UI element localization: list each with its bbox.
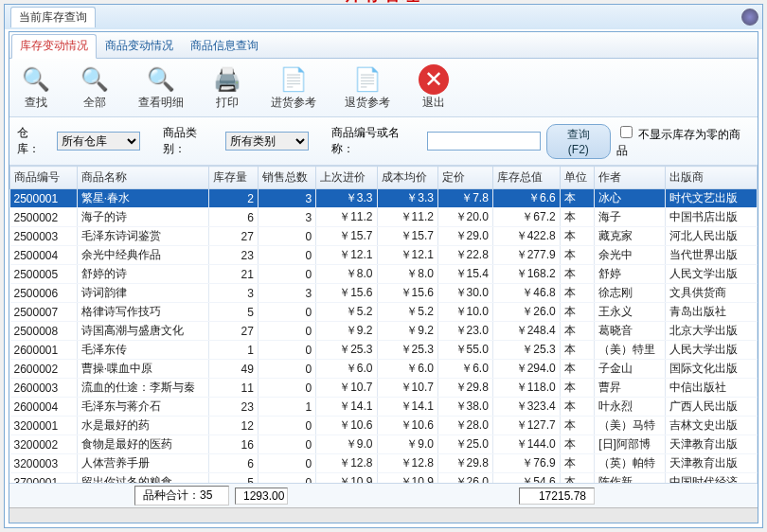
- col-header[interactable]: 销售总数: [258, 167, 315, 189]
- cell: 3: [258, 208, 315, 227]
- col-header[interactable]: 上次进价: [316, 167, 377, 189]
- cell: 3700001: [10, 473, 78, 484]
- cell: 6: [209, 454, 259, 473]
- cell: ￥127.7: [492, 417, 560, 435]
- cell: 诗词韵律: [77, 284, 209, 303]
- exit-button[interactable]: ✕退出: [413, 62, 455, 113]
- table-row[interactable]: 2500004余光中经典作品230￥12.1￥12.1￥22.8￥277.9本余…: [10, 246, 758, 265]
- cell: ￥28.0: [437, 417, 492, 435]
- cell: ￥25.3: [492, 341, 560, 360]
- cell: ￥15.6: [377, 284, 437, 303]
- cell: 毛泽东诗词鉴赏: [77, 227, 209, 246]
- table-row[interactable]: 2600001毛泽东传10￥25.3￥25.3￥55.0￥25.3本（美）特里人…: [10, 341, 758, 360]
- cell: 本: [560, 360, 594, 379]
- cell: 葛晓音: [595, 322, 666, 341]
- hide-zero-label[interactable]: 不显示库存为零的商品: [616, 123, 750, 159]
- cell: 23: [209, 246, 259, 265]
- cell: 叶永烈: [595, 398, 666, 417]
- table-row[interactable]: 2500007格律诗写作技巧50￥5.2￥5.2￥10.0￥26.0本王永义青岛…: [10, 303, 758, 322]
- cell: ￥7.8: [437, 189, 492, 208]
- cell: ￥10.7: [316, 379, 377, 398]
- idname-input[interactable]: [427, 132, 541, 151]
- cell: ￥26.0: [492, 303, 560, 322]
- cell: 藏克家: [595, 227, 666, 246]
- cell: 本: [560, 189, 594, 208]
- cell: ￥29.0: [437, 227, 492, 246]
- table-row[interactable]: 3200003人体营养手册60￥12.8￥12.8￥29.8￥76.9本（英）帕…: [10, 454, 758, 473]
- all-button[interactable]: 🔍全部: [74, 62, 116, 113]
- table-row[interactable]: 3700001留出你过冬的粮食50￥10.9￥10.9￥26.0￥54.6本陈作…: [10, 473, 758, 484]
- cell: ￥25.3: [316, 341, 377, 360]
- col-header[interactable]: 作者: [595, 167, 666, 189]
- col-header[interactable]: 库存量: [209, 167, 259, 189]
- print-button[interactable]: 🖨️打印: [206, 62, 248, 113]
- cell: ￥9.2: [377, 322, 437, 341]
- window-tab[interactable]: 当前库存查询: [10, 7, 96, 27]
- cell: ￥30.0: [437, 284, 492, 303]
- count-total: 品种合计：35: [134, 486, 229, 505]
- table-row[interactable]: 2500008诗国高潮与盛唐文化270￥9.2￥9.2￥23.0￥248.4本葛…: [10, 322, 758, 341]
- cell: 16: [209, 435, 259, 454]
- table-row[interactable]: 3200001水是最好的药120￥10.6￥10.6￥28.0￥127.7本（美…: [10, 417, 758, 435]
- table-row[interactable]: 2500001繁星·春水23￥3.3￥3.3￥7.8￥6.6本冰心时代文艺出版: [10, 189, 758, 208]
- query-button[interactable]: 查询(F2): [546, 124, 610, 159]
- h-scrollbar[interactable]: [9, 507, 758, 523]
- cell: 曹操·喋血中原: [77, 360, 209, 379]
- table-row[interactable]: 2500002海子的诗63￥11.2￥11.2￥20.0￥67.2本海子中国书店…: [10, 208, 758, 227]
- col-header[interactable]: 商品名称: [77, 167, 209, 189]
- col-header[interactable]: 成本均价: [377, 167, 437, 189]
- col-header[interactable]: 商品编号: [10, 167, 78, 189]
- cell: 3200002: [10, 435, 78, 454]
- table-row[interactable]: 2600003流血的仕途：李斯与秦110￥10.7￥10.7￥29.8￥118.…: [10, 379, 758, 398]
- cell: 11: [209, 379, 259, 398]
- cell: ￥12.8: [377, 454, 437, 473]
- cell: 徐志刚: [595, 284, 666, 303]
- table-row[interactable]: 3200002食物是最好的医药160￥9.0￥9.0￥25.0￥144.0本[日…: [10, 435, 758, 454]
- cell: ￥10.6: [377, 417, 437, 435]
- col-header[interactable]: 库存总值: [492, 167, 560, 189]
- minus-document-icon: 📄: [352, 64, 383, 95]
- view-detail-button[interactable]: 🔍查看明细: [133, 62, 189, 113]
- cell: ￥15.7: [377, 227, 437, 246]
- cell: 21: [209, 265, 259, 284]
- table-row[interactable]: 2500006诗词韵律33￥15.6￥15.6￥30.0￥46.8本徐志刚文具供…: [10, 284, 758, 303]
- cell: ￥8.0: [316, 265, 377, 284]
- tab-product-info[interactable]: 商品信息查询: [182, 34, 267, 58]
- cell: 本: [560, 379, 594, 398]
- search-button[interactable]: 🔍查找: [15, 62, 57, 113]
- value-total: 17215.78: [519, 488, 595, 505]
- cell: 0: [258, 360, 315, 379]
- table-row[interactable]: 2500005舒婷的诗210￥8.0￥8.0￥15.4￥168.2本舒婷人民文学…: [10, 265, 758, 284]
- cell: ￥10.0: [437, 303, 492, 322]
- col-header[interactable]: 出版商: [666, 167, 758, 189]
- return-ref-button[interactable]: 📄退货参考: [339, 62, 396, 113]
- cell: 0: [258, 303, 315, 322]
- window-titlebar: 当前库存查询: [5, 5, 762, 29]
- cell: 本: [560, 341, 594, 360]
- cell: ￥168.2: [492, 265, 560, 284]
- main-window: 当前库存查询 库存变动情况 商品变动情况 商品信息查询 🔍查找 🔍全部 🔍查看明…: [4, 4, 763, 528]
- cell: 0: [258, 265, 315, 284]
- cell: 余光中: [595, 246, 666, 265]
- col-header[interactable]: 单位: [560, 167, 594, 189]
- cell: ￥9.0: [377, 435, 437, 454]
- tab-stock-movement[interactable]: 库存变动情况: [11, 34, 97, 59]
- col-header[interactable]: 定价: [437, 167, 492, 189]
- hide-zero-checkbox[interactable]: [620, 126, 633, 138]
- tab-product-movement[interactable]: 商品变动情况: [97, 34, 182, 58]
- purchase-ref-button[interactable]: 📄进货参考: [265, 62, 322, 113]
- warehouse-select[interactable]: 所有仓库: [57, 132, 141, 151]
- table-row[interactable]: 2600004毛泽东与蒋介石231￥14.1￥14.1￥38.0￥323.4本叶…: [10, 398, 758, 417]
- cell: 0: [258, 473, 315, 484]
- cell: ￥10.9: [316, 473, 377, 484]
- table-row[interactable]: 2600002曹操·喋血中原490￥6.0￥6.0￥6.0￥294.0本子金山国…: [10, 360, 758, 379]
- cell: 本: [560, 303, 594, 322]
- cell: 5: [209, 473, 259, 484]
- cell: ￥12.8: [316, 454, 377, 473]
- table-row[interactable]: 2500003毛泽东诗词鉴赏270￥15.7￥15.7￥29.0￥422.8本藏…: [10, 227, 758, 246]
- cell: 海子的诗: [77, 208, 209, 227]
- table-scroll[interactable]: 商品编号商品名称库存量销售总数上次进价成本均价定价库存总值单位作者出版商 250…: [9, 166, 758, 483]
- cell: 2500003: [10, 227, 78, 246]
- category-select[interactable]: 所有类别: [225, 132, 310, 151]
- close-icon[interactable]: [741, 9, 758, 26]
